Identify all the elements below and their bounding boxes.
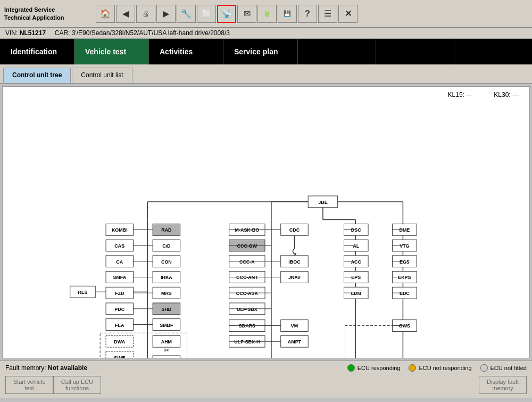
start-vehicle-test-button[interactable]: Start vehicletest <box>5 376 53 394</box>
tab-5[interactable] <box>298 39 376 64</box>
print-button[interactable]: 🖨 <box>136 5 155 23</box>
svg-text:JBE: JBE <box>318 200 327 205</box>
svg-text:IHKA: IHKA <box>161 275 172 280</box>
svg-text:CCC-ASK: CCC-ASK <box>236 291 259 296</box>
svg-text:VTG: VTG <box>400 243 409 249</box>
svg-text:KOMBI: KOMBI <box>112 227 128 233</box>
svg-rect-66 <box>153 356 180 358</box>
call-up-ecu-functions-button[interactable]: Call up ECUfunctions <box>53 376 101 394</box>
legend-dot-yellow <box>409 364 416 372</box>
sub-tab-control-unit-tree[interactable]: Control unit tree <box>3 68 71 83</box>
list-button[interactable]: ☰ <box>318 5 337 23</box>
home-button[interactable]: 🏠 <box>96 5 115 23</box>
close-button[interactable]: ✕ <box>338 5 358 23</box>
legend-not-responding: ECU not responding <box>409 364 471 372</box>
vin-label: VIN: <box>5 29 18 37</box>
tab-service-plan[interactable]: Service plan <box>223 39 298 64</box>
svg-text:CAS: CAS <box>114 243 124 249</box>
legend-not-fitted: ECU not fitted <box>480 364 527 372</box>
monitor-button[interactable]: ⬜ <box>197 5 216 23</box>
svg-text:VM: VM <box>291 324 298 329</box>
tab-7[interactable] <box>454 39 532 64</box>
svg-text:JNAV: JNAV <box>288 275 301 280</box>
svg-text:CA: CA <box>116 259 123 265</box>
nav-tabs: Identification Vehicle test Activities S… <box>0 39 532 64</box>
tab-activities[interactable]: Activities <box>149 39 223 64</box>
svg-text:SMBF: SMBF <box>160 323 173 328</box>
wrench-button[interactable]: 🔧 <box>177 5 196 23</box>
sub-tab-control-unit-list[interactable]: Control unit list <box>72 68 132 83</box>
title-bar: Integrated Service Technical Application… <box>0 0 532 28</box>
vin-bar: VIN: NL51217 CAR: 3'/E90/Sedan/328i/N52/… <box>0 28 532 39</box>
antenna-button[interactable]: 📡 <box>217 5 236 23</box>
svg-text:FZD: FZD <box>115 291 124 296</box>
help-button[interactable]: ? <box>298 5 317 23</box>
svg-text:CCC-ANT: CCC-ANT <box>236 275 258 280</box>
vin-value: NL51217 <box>20 29 46 37</box>
svg-text:CON: CON <box>161 259 172 265</box>
svg-text:IBOC: IBOC <box>288 259 301 265</box>
legend: ECU responding ECU not responding ECU no… <box>347 364 527 372</box>
tab-6[interactable] <box>376 39 454 64</box>
svg-text:SMFA: SMFA <box>113 275 126 280</box>
diagram-svg: JBE RLS KOMBI CAS CA SMFA <box>3 87 529 358</box>
battery-button[interactable]: 🔋 <box>257 5 277 23</box>
app-title: Integrated Service Technical Application <box>4 6 89 21</box>
svg-text:AMPT: AMPT <box>288 339 302 344</box>
car-label: CAR: <box>55 29 70 37</box>
svg-text:DME: DME <box>399 227 410 233</box>
svg-text:RAD: RAD <box>161 227 172 233</box>
svg-text:FLA: FLA <box>115 323 124 328</box>
svg-text:EDC: EDC <box>400 291 410 296</box>
svg-text:EKPS: EKPS <box>398 275 411 280</box>
svg-text:GWS: GWS <box>399 324 410 329</box>
svg-text:M-ASK-BO: M-ASK-BO <box>235 227 260 233</box>
main-content: KL15: — KL30: — JBE RLS <box>2 86 530 358</box>
svg-text:SHD: SHD <box>161 307 171 312</box>
bottom-buttons: Start vehicletest Call up ECUfunctions D… <box>5 376 527 394</box>
email-button[interactable]: ✉ <box>237 5 256 23</box>
svg-text:SDARS: SDARS <box>239 324 255 329</box>
sub-tabs: Control unit tree Control unit list <box>0 64 532 84</box>
toolbar: 🏠 ◀ 🖨 ▶ 🔧 ⬜ 📡 ✉ 🔋 💾 ? ☰ ✕ <box>96 5 528 23</box>
svg-text:DSC: DSC <box>351 227 361 233</box>
legend-responding: ECU responding <box>347 364 401 372</box>
svg-text:CCC-A: CCC-A <box>239 259 255 265</box>
svg-text:LDM: LDM <box>351 291 361 296</box>
svg-text:CiD: CiD <box>162 243 171 249</box>
bottom-area: Fault memory: Not available ECU respondi… <box>0 360 532 398</box>
svg-text:SINE: SINE <box>114 355 125 358</box>
back-button[interactable]: ◀ <box>116 5 135 23</box>
svg-text:AHM: AHM <box>161 339 172 344</box>
tab-identification[interactable]: Identification <box>0 39 74 64</box>
svg-text:AL: AL <box>353 243 359 249</box>
svg-text:ULF-SBX: ULF-SBX <box>237 307 257 312</box>
tab-vehicle-test[interactable]: Vehicle test <box>74 39 149 64</box>
legend-dot-green <box>347 364 355 372</box>
legend-dot-gray <box>480 364 488 372</box>
svg-text:PDC: PDC <box>114 307 124 312</box>
svg-text:✂: ✂ <box>164 347 169 354</box>
svg-text:ACC: ACC <box>351 259 362 265</box>
svg-text:RLS: RLS <box>78 290 88 295</box>
svg-text:DWA: DWA <box>114 339 125 344</box>
fault-memory-row: Fault memory: Not available ECU respondi… <box>5 364 527 372</box>
save-button[interactable]: 💾 <box>278 5 297 23</box>
fault-text: Fault memory: Not available <box>5 364 87 372</box>
svg-text:CDC: CDC <box>289 227 300 233</box>
display-fault-memory-button[interactable]: Display faultmemory <box>479 376 527 394</box>
car-value: 3'/E90/Sedan/328i/N52/AUT/USA left-hand … <box>72 29 230 37</box>
forward-button[interactable]: ▶ <box>156 5 176 23</box>
svg-text:EPS: EPS <box>351 275 361 280</box>
svg-text:MRS: MRS <box>161 291 172 296</box>
svg-text:CCC-GW: CCC-GW <box>237 243 257 249</box>
svg-text:EGS: EGS <box>400 259 410 265</box>
svg-text:ULF-SBX-H: ULF-SBX-H <box>234 339 260 344</box>
